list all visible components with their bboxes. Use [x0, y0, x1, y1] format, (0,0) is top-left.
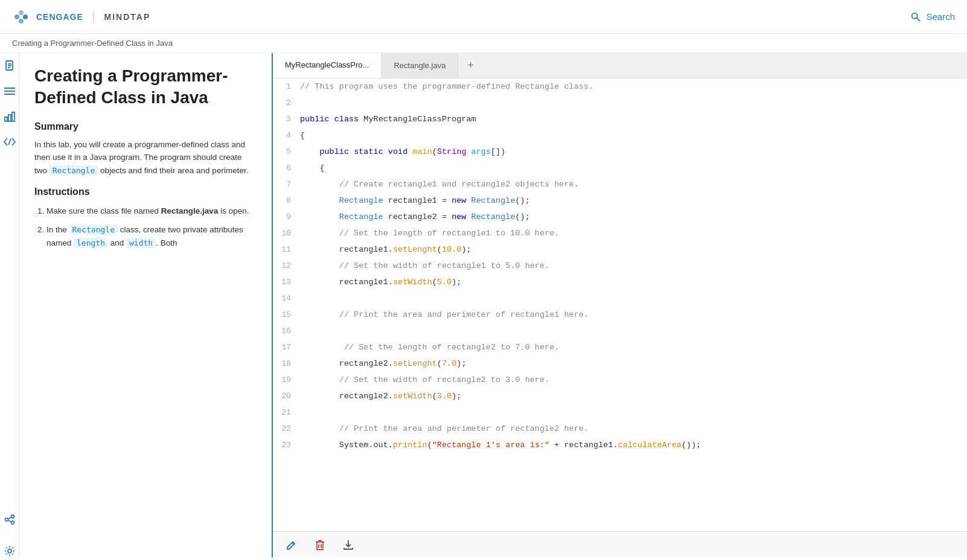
chart-sidebar-icon[interactable]: [3, 110, 16, 123]
summary-text-2: objects and find their area and perimete…: [100, 166, 248, 175]
code-line-16: 16: [273, 323, 967, 339]
summary-inline-code: Rectangle: [49, 165, 98, 176]
code-line-6: 6 {: [273, 160, 967, 176]
width-code: width: [126, 238, 156, 248]
code-line-11: 11 rectangle1.setLenght(10.0);: [273, 241, 967, 258]
svg-point-1: [19, 10, 24, 15]
mindtap-text: MINDTAP: [104, 12, 150, 22]
list-item: Make sure the class file named Rectangle…: [46, 205, 257, 218]
svg-line-5: [917, 18, 920, 21]
settings-sidebar-icon[interactable]: [3, 544, 16, 558]
code-line-3: 3 public class MyRectangleClassProgram: [273, 111, 967, 127]
svg-point-17: [11, 515, 14, 518]
tab-myrectangle[interactable]: MyRectangleClassPro...: [273, 53, 381, 78]
code-line-10: 10 // Set the length of rectangle1 to 10…: [273, 225, 967, 241]
code-line-12: 12 // Set the width of rectangle1 to 5.0…: [273, 258, 967, 274]
svg-rect-23: [317, 542, 323, 550]
code-sidebar-icon[interactable]: [3, 135, 16, 148]
content-panel: Creating a Programmer-Defined Class in J…: [19, 53, 273, 558]
instructions-heading: Instructions: [34, 186, 257, 197]
sidebar-icons: [0, 53, 19, 558]
code-line-19: 19 // Set the width of rectangle2 to 3.0…: [273, 372, 967, 388]
tab-bar: MyRectangleClassPro... Rectangle.java +: [273, 53, 967, 78]
code-line-5: 5 public static void main(String args[]): [273, 144, 967, 160]
download-button[interactable]: [339, 535, 358, 555]
bottom-toolbar: [273, 531, 967, 558]
breadcrumb: Creating a Programmer-Defined Class in J…: [0, 34, 967, 53]
code-line-14: 14: [273, 290, 967, 307]
svg-rect-13: [5, 117, 7, 121]
svg-line-21: [8, 517, 11, 519]
header: CENGAGE | MINDTAP Search: [0, 0, 967, 34]
code-line-8: 8 Rectangle rectangle1 = new Rectangle()…: [273, 192, 967, 209]
code-line-21: 21: [273, 404, 967, 421]
search-icon: [910, 11, 921, 22]
svg-point-18: [5, 518, 8, 521]
delete-button[interactable]: [310, 535, 330, 555]
add-tab-button[interactable]: +: [458, 53, 483, 78]
svg-point-19: [11, 521, 14, 524]
code-line-1: 1 // This program uses the programmer-de…: [273, 78, 967, 95]
menu-sidebar-icon[interactable]: [3, 84, 16, 98]
search-label: Search: [926, 11, 955, 22]
instructions-list: Make sure the class file named Rectangle…: [34, 205, 257, 250]
search-button[interactable]: Search: [910, 11, 955, 22]
cengage-text: CENGAGE: [36, 12, 83, 22]
svg-rect-14: [8, 115, 11, 121]
svg-point-22: [8, 549, 11, 553]
cengage-logo-icon: [12, 8, 30, 26]
code-line-9: 9 Rectangle rectangle2 = new Rectangle()…: [273, 209, 967, 225]
code-line-2: 2: [273, 95, 967, 111]
svg-point-2: [23, 14, 28, 19]
svg-rect-15: [12, 112, 14, 121]
logo: CENGAGE | MINDTAP: [12, 8, 150, 26]
rectangle-class-code: Rectangle: [69, 224, 118, 235]
tab-rectangle-java[interactable]: Rectangle.java: [381, 53, 458, 78]
code-line-18: 18 rectangle2.setLenght(7.0);: [273, 355, 967, 372]
svg-line-16: [8, 139, 11, 145]
list-item: In the Rectangle class, create two priva…: [46, 223, 257, 250]
rectangle-java-label: Rectangle.java: [161, 206, 219, 215]
document-sidebar-icon[interactable]: [3, 59, 16, 72]
summary-heading: Summary: [34, 121, 257, 132]
code-line-23: 23 System.out.println("Rectangle 1's are…: [273, 437, 967, 453]
code-line-13: 13 rectangle1.setWidth(5.0);: [273, 274, 967, 290]
code-line-22: 22 // Print the area and perimeter of re…: [273, 421, 967, 437]
code-line-17: 17 // Set the length of rectangle2 to 7.…: [273, 339, 967, 355]
code-line-4: 4 {: [273, 127, 967, 144]
code-line-7: 7 // Create rectangle1 and rectangle2 ob…: [273, 176, 967, 192]
page-title: Creating a Programmer-Defined Class in J…: [34, 65, 257, 109]
svg-point-4: [912, 13, 918, 18]
length-code: length: [74, 238, 108, 248]
code-editor: MyRectangleClassPro... Rectangle.java + …: [273, 53, 967, 558]
code-line-20: 20 rectangle2.setWidth(3.0);: [273, 388, 967, 404]
main-layout: Creating a Programmer-Defined Class in J…: [0, 53, 967, 558]
summary-text: In this lab, you will create a programme…: [34, 138, 257, 177]
svg-line-20: [8, 520, 11, 522]
share-sidebar-icon[interactable]: [3, 513, 16, 526]
svg-point-3: [19, 19, 24, 24]
logo-divider: |: [92, 10, 95, 23]
code-content[interactable]: 1 // This program uses the programmer-de…: [273, 78, 967, 531]
svg-point-0: [14, 14, 19, 19]
edit-button[interactable]: [282, 535, 301, 555]
code-line-15: 15 // Print the area and perimeter of re…: [273, 307, 967, 323]
